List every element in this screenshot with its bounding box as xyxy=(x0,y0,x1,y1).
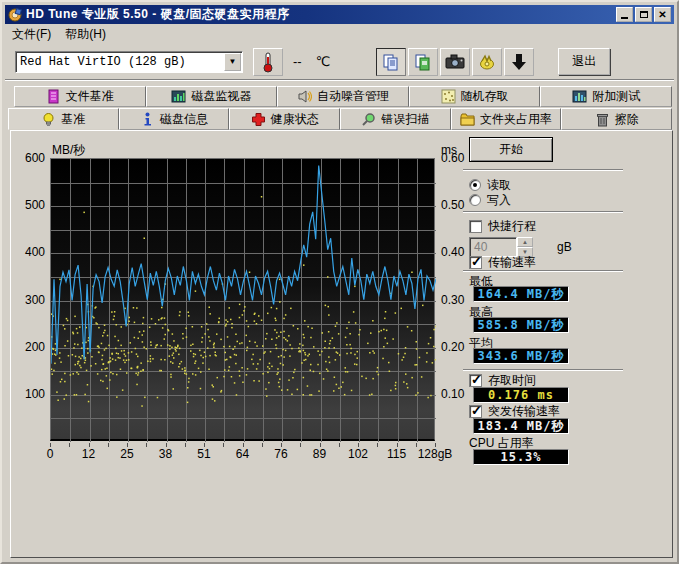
tab-folder-usage[interactable]: 文件夹占用率 xyxy=(451,108,562,130)
left-tick-label: 100 xyxy=(17,388,45,400)
maximize-button[interactable] xyxy=(635,7,652,22)
save-down-arrow-icon xyxy=(511,53,527,71)
cpu-usage-value: 15.3% xyxy=(473,449,569,465)
right-tick-label: 0.30 xyxy=(441,294,464,306)
tab-label: 文件夹占用率 xyxy=(480,111,552,128)
tab-label: 健康状态 xyxy=(271,111,319,128)
app-icon xyxy=(8,8,22,22)
left-tick-label: 500 xyxy=(17,199,45,211)
right-tick-label: 0.40 xyxy=(441,246,464,258)
read-radio-row[interactable]: 读取 xyxy=(469,178,511,192)
thermometer-icon xyxy=(260,51,276,73)
copy-image-button[interactable] xyxy=(408,48,438,76)
tab-label: 文件基准 xyxy=(66,88,114,105)
right-tick-label: 0.10 xyxy=(441,388,464,400)
x-tick-label: 25 xyxy=(120,447,133,461)
tab-auto-acoustic[interactable]: 自动噪音管理 xyxy=(277,86,409,107)
read-radio[interactable] xyxy=(469,179,481,191)
exit-button[interactable]: 退出 xyxy=(558,48,610,75)
close-button[interactable]: ✕ xyxy=(654,7,671,22)
write-radio[interactable] xyxy=(469,194,481,206)
copy-image-icon xyxy=(414,53,432,71)
x-tick-mark xyxy=(281,443,282,447)
x-tick-mark xyxy=(339,443,340,447)
magnifier-icon xyxy=(361,112,376,127)
separator xyxy=(463,211,623,213)
exit-button-label: 退出 xyxy=(572,53,596,70)
write-radio-label: 写入 xyxy=(487,192,511,209)
start-button[interactable]: 开始 xyxy=(469,137,553,162)
tab-row-secondary: 文件基准 磁盘监视器 自动噪音管理 xyxy=(14,86,672,107)
x-tick-mark xyxy=(108,443,109,447)
save-results-button[interactable] xyxy=(504,48,534,76)
x-tick-mark xyxy=(243,443,244,447)
tab-random-access[interactable]: 随机存取 xyxy=(409,86,541,107)
x-tick-mark xyxy=(262,443,263,447)
burst-rate-checkbox[interactable] xyxy=(469,405,482,418)
write-radio-row[interactable]: 写入 xyxy=(469,193,511,207)
copy-text-button[interactable] xyxy=(376,48,406,76)
donate-button[interactable] xyxy=(472,48,502,76)
titlebar: HD Tune 专业版 5.50 - 硬盘/固态硬盘实用程序 ✕ xyxy=(5,5,674,24)
transfer-rate-label: 传输速率 xyxy=(488,254,536,271)
short-stroke-checkbox[interactable] xyxy=(469,220,482,233)
tab-health[interactable]: 健康状态 xyxy=(229,108,340,130)
access-time-row[interactable]: 存取时间 xyxy=(469,373,536,387)
right-tick-label: 0.60 xyxy=(441,152,464,164)
menu-help[interactable]: 帮助(H) xyxy=(58,24,113,45)
tab-extra-tests[interactable]: 附加测试 xyxy=(540,86,672,107)
x-tick-mark xyxy=(435,443,436,447)
menubar: 文件(F) 帮助(H) xyxy=(5,25,674,43)
x-tick-label: 12 xyxy=(82,447,95,461)
tab-erase[interactable]: 擦除 xyxy=(561,108,672,130)
x-tick-mark xyxy=(223,443,224,447)
access-time-checkbox[interactable] xyxy=(469,374,482,387)
x-tick-mark xyxy=(320,443,321,447)
tab-label: 自动噪音管理 xyxy=(317,88,389,105)
extra-tests-icon xyxy=(572,89,587,104)
left-tick-label: 200 xyxy=(17,341,45,353)
x-tick-mark xyxy=(204,443,205,447)
plot-area xyxy=(50,158,435,441)
bulb-icon xyxy=(41,112,56,127)
transfer-rate-checkbox[interactable] xyxy=(469,256,482,269)
cpu-usage-label: CPU 占用率 xyxy=(469,435,534,449)
x-tick-label: 89 xyxy=(313,447,326,461)
x-tick-label: 102 xyxy=(348,447,368,461)
close-icon: ✕ xyxy=(658,10,666,20)
x-tick-mark xyxy=(377,443,378,447)
copy-text-icon xyxy=(382,53,400,71)
x-tick-mark xyxy=(358,443,359,447)
burst-rate-row[interactable]: 突发传输速率 xyxy=(469,404,560,418)
tab-disk-monitor[interactable]: 磁盘监视器 xyxy=(146,86,278,107)
tab-label: 磁盘信息 xyxy=(160,111,208,128)
tab-label: 擦除 xyxy=(615,111,639,128)
speaker-icon xyxy=(297,89,312,104)
tab-error-scan[interactable]: 错误扫描 xyxy=(340,108,451,130)
random-access-icon xyxy=(441,89,456,104)
short-stroke-row[interactable]: 快捷行程 xyxy=(469,219,536,233)
temperature-unit: ℃ xyxy=(316,54,331,69)
temperature-button[interactable] xyxy=(253,48,283,76)
x-tick-mark xyxy=(185,443,186,447)
max-value: 585.8 MB/秒 xyxy=(473,317,569,333)
start-button-label: 开始 xyxy=(499,141,523,158)
x-tick-mark xyxy=(146,443,147,447)
short-stroke-label: 快捷行程 xyxy=(488,218,536,235)
tab-disk-info[interactable]: 磁盘信息 xyxy=(119,108,230,130)
minimize-button[interactable] xyxy=(616,7,633,22)
tab-label: 随机存取 xyxy=(461,88,509,105)
menu-file[interactable]: 文件(F) xyxy=(5,24,58,45)
x-tick-mark xyxy=(89,443,90,447)
stepper-up-icon[interactable]: ▲ xyxy=(517,237,533,247)
tab-label: 附加测试 xyxy=(592,88,640,105)
drive-select[interactable]: Red Hat VirtIO (128 gB) ▼ xyxy=(15,51,243,73)
screenshot-button[interactable] xyxy=(440,48,470,76)
access-time-label: 存取时间 xyxy=(488,372,536,389)
separator xyxy=(463,369,623,371)
chevron-down-icon[interactable]: ▼ xyxy=(224,53,241,71)
x-tick-label: 0 xyxy=(47,447,54,461)
tab-file-benchmark[interactable]: 文件基准 xyxy=(14,86,146,107)
transfer-rate-row[interactable]: 传输速率 xyxy=(469,255,536,269)
tab-benchmark[interactable]: 基准 xyxy=(8,108,119,130)
